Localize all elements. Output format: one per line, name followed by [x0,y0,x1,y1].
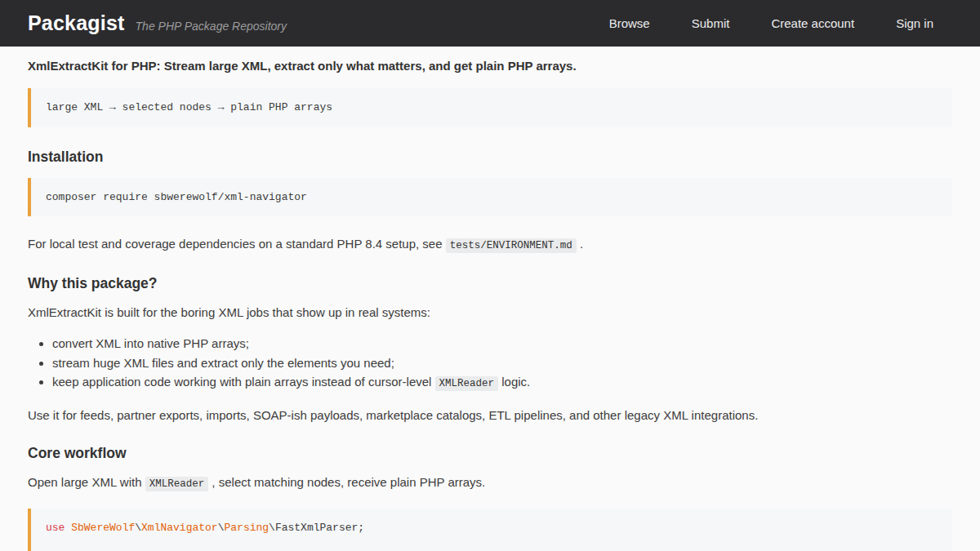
flow-summary-code: large XML → selected nodes → plain PHP a… [46,100,938,115]
flow-summary-codeblock: large XML → selected nodes → plain PHP a… [28,88,952,127]
nav-create-account[interactable]: Create account [771,16,854,30]
top-nav-bar: Packagist The PHP Package Repository Bro… [0,0,980,47]
nav-browse[interactable]: Browse [609,16,650,30]
composer-command-code: composer require sbwerewolf/xml-navigato… [46,190,938,205]
list-item: convert XML into native PHP arrays; [52,337,952,350]
core-workflow-heading: Core workflow [28,445,952,462]
brand-name: Packagist [28,11,125,35]
inline-code: tests/ENVIRONMENT.md [446,238,577,253]
core-workflow-intro: Open large XML with XMLReader , select m… [28,474,952,492]
brand-tagline: The PHP Package Repository [136,20,287,33]
packagist-logo[interactable]: Packagist The PHP Package Repository [28,11,287,35]
php-example-codeblock: use SbWereWolf\XmlNavigator\Parsing\Fast… [28,509,952,551]
list-item: keep application code working with plain… [52,375,952,391]
installation-heading: Installation [28,149,952,166]
why-heading: Why this package? [28,275,952,292]
readme-content: XmlExtractKit for PHP: Stream large XML,… [0,47,980,551]
inline-code: XMLReader [145,477,209,491]
nav-submit[interactable]: Submit [692,16,730,30]
nav-sign-in[interactable]: Sign in [896,16,933,30]
composer-command-codeblock: composer require sbwerewolf/xml-navigato… [28,178,952,217]
package-intro-title: XmlExtractKit for PHP: Stream large XML,… [28,59,952,73]
code-line [46,535,938,549]
code-line: use SbWereWolf\XmlNavigator\Parsing\Fast… [46,521,938,535]
why-outro: Use it for feeds, partner exports, impor… [28,407,952,424]
list-item: stream huge XML files and extract only t… [52,357,952,370]
why-intro: XmlExtractKit is built for the boring XM… [28,304,952,321]
inline-code: XMLReader [435,376,499,391]
top-nav-links: Browse Submit Create account Sign in [609,16,952,30]
why-bullet-list: convert XML into native PHP arrays; stre… [28,337,952,391]
installation-note: For local test and coverage dependencies… [28,236,952,254]
